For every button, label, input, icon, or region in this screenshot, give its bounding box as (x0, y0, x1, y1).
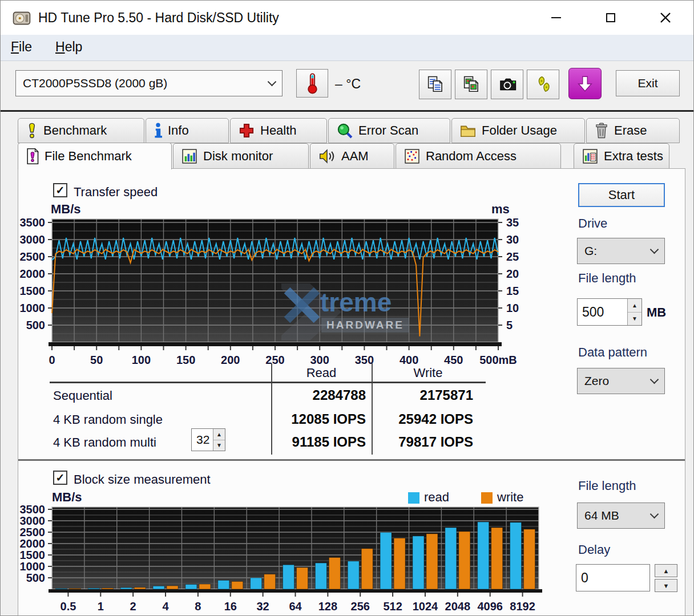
svg-text:128: 128 (318, 600, 337, 613)
speaker-icon (318, 148, 336, 164)
svg-text:32: 32 (257, 600, 269, 613)
chevron-down-icon (650, 245, 659, 254)
tab-aam[interactable]: AAM (310, 143, 394, 169)
minimize-button[interactable] (542, 5, 570, 30)
tab-info[interactable]: Info (146, 118, 229, 143)
svg-text:8: 8 (195, 600, 201, 613)
row-random-multi-read: 91185 IOPS (280, 434, 366, 450)
extra-tests-icon (582, 148, 598, 164)
maximize-icon (606, 13, 615, 22)
save-button[interactable] (568, 68, 602, 99)
tab-benchmark[interactable]: Benchmark (18, 118, 144, 143)
screenshot-button[interactable] (491, 70, 523, 99)
file-length-spinner[interactable]: 500 ▲ ▼ (577, 298, 642, 326)
row-random-single-write: 25942 IOPS (381, 411, 473, 427)
row-sequential-label: Sequential (53, 388, 112, 403)
svg-text:1024: 1024 (413, 600, 438, 613)
disk-monitor-icon (181, 148, 197, 164)
svg-text:1: 1 (98, 600, 104, 613)
checkmark-icon: ✓ (56, 471, 65, 484)
block-size-checkbox[interactable]: ✓ (53, 471, 67, 485)
section-divider (18, 459, 685, 461)
spin-down-icon[interactable]: ▼ (213, 440, 225, 451)
app-window: HD Tune Pro 5.50 - Hard Disk/SSD Utility… (0, 0, 694, 616)
benchmark-icon (26, 123, 38, 139)
svg-text:150: 150 (176, 354, 195, 366)
tab-extra-tests[interactable]: Extra tests (574, 143, 669, 169)
svg-text:3000: 3000 (20, 233, 46, 246)
svg-text:250: 250 (265, 354, 284, 366)
menu-help[interactable]: Help (55, 39, 82, 55)
tab-random-access[interactable]: Random Access (396, 143, 561, 169)
table-header-rule (50, 382, 486, 383)
svg-text:2500: 2500 (20, 250, 46, 263)
camera-icon (498, 76, 517, 93)
block-size-label: Block size measurement (74, 472, 211, 487)
maximize-button[interactable] (596, 5, 625, 30)
tab-erase[interactable]: Erase (586, 118, 680, 143)
svg-text:2: 2 (130, 600, 136, 613)
file-length2-select[interactable]: 64 MB (577, 502, 665, 529)
drive-label: Drive (578, 216, 607, 231)
svg-text:200: 200 (221, 354, 240, 366)
tab-health[interactable]: Health (230, 118, 327, 143)
copy-text-button[interactable] (419, 70, 451, 99)
svg-text:8192: 8192 (510, 600, 535, 613)
tab-disk-monitor[interactable]: Disk monitor (173, 143, 309, 169)
svg-text:MB/s: MB/s (51, 202, 81, 216)
delay-label: Delay (578, 542, 610, 557)
menu-file[interactable]: File (11, 39, 32, 55)
svg-text:2000: 2000 (20, 268, 46, 280)
tab-folder-usage[interactable]: Folder Usage (451, 118, 585, 143)
transfer-speed-checkbox[interactable]: ✓ (53, 183, 67, 197)
drive-select[interactable]: G: (577, 238, 665, 264)
options-button[interactable] (527, 70, 559, 99)
table-divider-2 (372, 363, 373, 455)
file-length-unit: MB (647, 305, 666, 320)
spin-up-icon[interactable]: ▲ (213, 429, 225, 440)
svg-text:10: 10 (506, 302, 519, 314)
svg-text:1500: 1500 (20, 549, 46, 561)
drive-model-select[interactable]: CT2000P5SSD8 (2000 gB) (15, 70, 283, 96)
temperature-button[interactable] (296, 69, 328, 98)
tab-error-scan[interactable]: Error Scan (328, 118, 450, 143)
queue-depth-spinner[interactable]: 32 ▲ ▼ (191, 428, 225, 451)
minimize-icon (551, 17, 561, 19)
svg-text:400: 400 (400, 354, 418, 366)
close-button[interactable] (651, 5, 680, 30)
svg-text:50: 50 (90, 354, 103, 366)
svg-text:450: 450 (444, 354, 463, 366)
svg-text:1500: 1500 (20, 285, 46, 297)
delay-input[interactable] (576, 564, 650, 591)
svg-text:0: 0 (49, 354, 55, 366)
svg-text:3500: 3500 (20, 503, 46, 516)
svg-text:64: 64 (289, 600, 302, 613)
svg-text:15: 15 (506, 285, 519, 297)
row-random-single-label: 4 KB random single (53, 412, 163, 427)
app-icon (12, 9, 31, 28)
copy-text-icon (426, 75, 445, 94)
exit-button[interactable]: Exit (616, 70, 680, 96)
spin-down-icon[interactable]: ▼ (628, 313, 641, 326)
trash-icon (595, 123, 608, 139)
toolbar: CT2000P5SSD8 (2000 gB) – °C (1, 61, 693, 112)
file-length-label: File length (578, 271, 636, 286)
file-benchmark-icon (26, 148, 39, 165)
svg-text:20: 20 (506, 268, 519, 280)
row-sequential-read: 2284788 (280, 387, 366, 403)
tab-file-benchmark[interactable]: File Benchmark (18, 143, 172, 169)
data-pattern-select[interactable]: Zero (577, 368, 665, 394)
svg-text:2048: 2048 (445, 600, 471, 613)
svg-text:5: 5 (506, 319, 513, 331)
svg-text:1000: 1000 (20, 302, 46, 314)
svg-text:4: 4 (162, 600, 169, 613)
svg-text:256: 256 (351, 600, 370, 613)
options-icon (534, 75, 553, 94)
chevron-down-icon (268, 78, 277, 87)
svg-text:100: 100 (132, 354, 151, 366)
spin-up-icon[interactable]: ▲ (628, 299, 641, 313)
delay-spin-down[interactable]: ▼ (655, 579, 677, 592)
start-button[interactable]: Start (578, 183, 665, 207)
delay-spin-up[interactable]: ▲ (655, 564, 677, 577)
copy-image-button[interactable] (455, 70, 487, 99)
